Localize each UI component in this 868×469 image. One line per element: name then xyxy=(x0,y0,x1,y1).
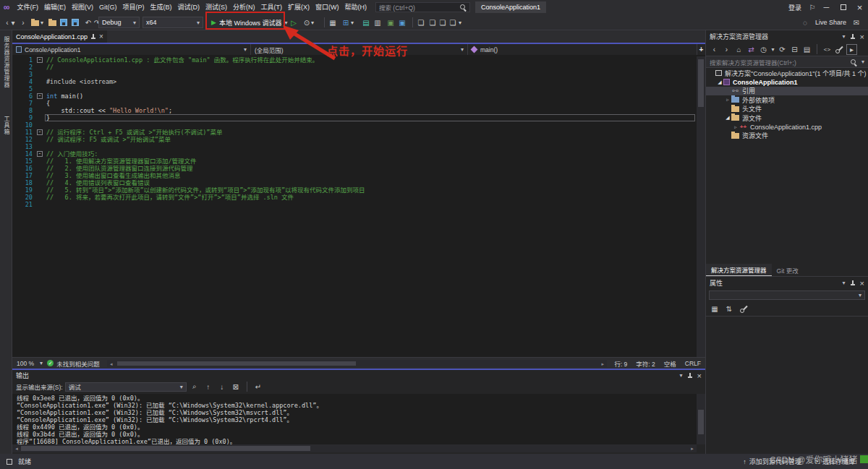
solution-tree[interactable]: 解决方案"ConsoleApplication1"(1 个项目/共 1 个)◢C… xyxy=(706,69,868,266)
solution-explorer-search-box[interactable]: 搜索解决方案资源管理器(Ctrl+;) ▾ xyxy=(706,56,868,68)
tree-item-project[interactable]: ◢ConsoleApplication1 xyxy=(706,77,868,86)
code-line[interactable]: 20// 6. 将来，若要再次打开此项目，请转到“文件”>“打开”>“项目”并选… xyxy=(12,194,697,201)
tab-git-changes[interactable]: Git 更改 xyxy=(772,264,804,276)
quick-search-box[interactable]: 搜索 (Ctrl+Q) xyxy=(375,2,470,12)
sync-with-active-document-icon[interactable]: ▣ xyxy=(385,14,396,30)
close-panel-icon[interactable]: × xyxy=(860,33,864,41)
new-project-dropdown-icon[interactable]: ▾ xyxy=(39,14,45,30)
code-line[interactable]: 7{ xyxy=(12,100,697,107)
scroll-right-icon[interactable]: ▸ xyxy=(598,361,607,369)
properties-window-icon[interactable]: ▣ xyxy=(396,14,408,30)
window-dropdown-icon[interactable]: ▾ xyxy=(349,14,355,30)
find-message-icon[interactable]: ⌕ xyxy=(189,381,200,392)
fold-collapse-icon[interactable]: - xyxy=(37,57,43,63)
scrollbar-thumb[interactable] xyxy=(21,446,310,451)
code-line[interactable]: 10 xyxy=(12,121,697,129)
show-all-files-icon[interactable]: ▤ xyxy=(801,44,812,55)
tree-item-refs[interactable]: o-o引用 xyxy=(706,87,868,95)
minimize-button[interactable]: ─ xyxy=(818,0,835,14)
scrollbar-thumb[interactable] xyxy=(117,361,356,366)
refresh-icon[interactable]: ⟳ xyxy=(777,44,788,55)
pin-icon[interactable] xyxy=(90,33,96,40)
tree-item-solution[interactable]: 解决方案"ConsoleApplication1"(1 个项目/共 1 个) xyxy=(706,69,868,77)
pin-icon[interactable] xyxy=(850,280,856,287)
menu-item[interactable]: 扩展(X) xyxy=(285,0,312,14)
menu-item[interactable]: 文件(F) xyxy=(14,0,42,14)
code-line[interactable]: 17// 3. 使用输出窗口查看生成输出和其他消息 xyxy=(12,172,697,179)
switch-views-icon[interactable]: ⇄ xyxy=(746,44,757,55)
notifications-icon[interactable]: ⚐ xyxy=(807,1,818,13)
code-line[interactable]: 6-int main() xyxy=(12,92,697,100)
maximize-button[interactable] xyxy=(835,0,851,14)
forward-icon[interactable]: › xyxy=(721,44,732,55)
bookmarks-dropdown-icon[interactable]: ▾ xyxy=(457,14,463,30)
menu-item[interactable]: 帮助(H) xyxy=(342,0,370,14)
property-pages-icon[interactable] xyxy=(738,303,749,314)
categorized-icon[interactable]: ▦ xyxy=(709,303,720,314)
spaces-indicator[interactable]: 空格 xyxy=(660,359,681,368)
menu-item[interactable]: 编辑(E) xyxy=(41,0,69,14)
next-message-icon[interactable]: ↓ xyxy=(216,381,228,392)
tree-item-cpp[interactable]: ▹++ConsoleApplication1.cpp xyxy=(706,122,868,131)
menu-item[interactable]: 项目(P) xyxy=(120,0,148,14)
expander-icon[interactable]: ▹ xyxy=(724,97,731,103)
window-position-dropdown-icon[interactable]: ▾ xyxy=(680,372,683,379)
filter-dropdown-icon[interactable]: ▾ xyxy=(770,44,775,55)
code-line[interactable]: 21 xyxy=(12,201,697,208)
expander-icon[interactable]: ◢ xyxy=(716,79,723,85)
properties-icon[interactable] xyxy=(834,44,845,55)
close-button[interactable]: × xyxy=(851,0,868,14)
pin-icon[interactable] xyxy=(687,372,693,379)
code-line[interactable]: 9} xyxy=(12,114,697,121)
save-icon[interactable] xyxy=(58,14,69,30)
fold-collapse-icon[interactable]: - xyxy=(37,129,43,135)
output-lines[interactable]: 线程 0x3ee8 已退出，返回值为 0 (0x0)。“ConsoleAppli… xyxy=(12,394,697,444)
properties-object-dropdown[interactable]: ▾ xyxy=(709,291,865,300)
pending-changes-filter-icon[interactable]: ◷ xyxy=(758,44,769,55)
tree-item-deps[interactable]: ▹外部依赖项 xyxy=(706,95,868,104)
breakpoints-window-icon[interactable]: ▦ xyxy=(327,14,339,30)
code-line[interactable]: 18// 4. 使用错误列表窗口查看错误 xyxy=(12,179,697,186)
menu-item[interactable]: Git(G) xyxy=(96,0,120,14)
close-panel-icon[interactable]: × xyxy=(860,279,864,288)
sign-in-button[interactable]: 登录 xyxy=(783,3,807,12)
code-line[interactable]: 8 std::cout << "Hello World!\n"; xyxy=(12,107,697,114)
save-all-icon[interactable] xyxy=(69,14,81,30)
menu-item[interactable]: 分析(N) xyxy=(230,0,258,14)
server-explorer-vertical-tab[interactable]: 服务器资源管理器 xyxy=(2,36,10,88)
project-dropdown[interactable]: ConsoleApplication1▾ xyxy=(12,44,251,55)
open-file-icon[interactable] xyxy=(46,14,58,30)
code-lines[interactable]: 1-// ConsoleApplication1.cpp : 此文件包含 "ma… xyxy=(12,56,697,357)
tab-solution-explorer[interactable]: 解决方案资源管理器 xyxy=(706,264,772,276)
code-line[interactable]: 11-// 运行程序: Ctrl + F5 或调试 >“开始执行(不调试)”菜单 xyxy=(12,129,697,136)
attach-dropdown-icon[interactable]: ▾ xyxy=(310,14,315,30)
menu-item[interactable]: 调试(D) xyxy=(175,0,203,14)
fold-collapse-icon[interactable]: - xyxy=(37,93,43,99)
navigate-back-dropdown-icon[interactable]: ▾ xyxy=(10,14,16,30)
call-hierarchy-icon[interactable]: ▤ xyxy=(360,14,372,30)
editor-vertical-scrollbar[interactable] xyxy=(697,56,705,357)
menu-item[interactable]: 测试(S) xyxy=(203,0,230,14)
alphabetical-sort-icon[interactable]: ⇅ xyxy=(723,303,735,314)
scroll-left-icon[interactable]: ◂ xyxy=(107,361,116,369)
code-line[interactable]: 5 xyxy=(12,85,697,92)
menu-item[interactable]: 视图(V) xyxy=(69,0,96,14)
split-window-handle[interactable]: + xyxy=(697,44,705,55)
tree-item-folder[interactable]: ◢源文件 xyxy=(706,113,868,122)
feedback-icon[interactable]: ✉ xyxy=(851,14,862,30)
word-wrap-icon[interactable]: ↵ xyxy=(252,381,264,392)
scrollbar-thumb[interactable] xyxy=(698,410,704,434)
start-without-debugging-icon[interactable]: ▷ xyxy=(288,14,299,30)
window-position-dropdown-icon[interactable]: ▾ xyxy=(843,280,846,286)
live-share-icon[interactable]: ◌ xyxy=(799,14,811,30)
editor-horizontal-scrollbar[interactable]: ◂ ▸ xyxy=(107,360,608,367)
background-tasks-icon[interactable] xyxy=(7,459,12,465)
back-icon[interactable]: ‹ xyxy=(709,44,720,55)
expander-icon[interactable]: ▹ xyxy=(732,124,739,130)
navigate-forward-icon[interactable]: › xyxy=(17,14,29,30)
solution-platforms-dropdown[interactable]: x64▾ xyxy=(142,17,203,28)
clear-all-icon[interactable]: ⊠ xyxy=(230,381,242,392)
scrollbar-thumb[interactable] xyxy=(698,59,704,107)
scroll-left-icon[interactable]: ◂ xyxy=(12,444,21,452)
zoom-dropdown[interactable]: 100 %▾ xyxy=(12,360,47,367)
